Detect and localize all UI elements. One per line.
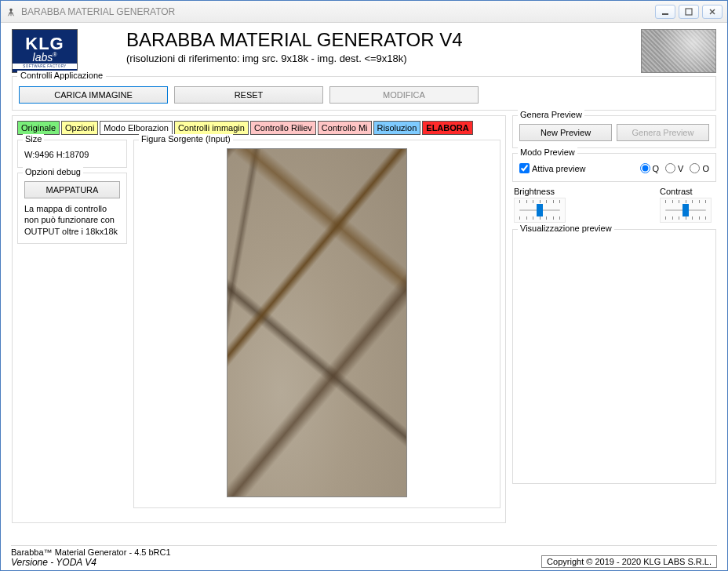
tabs: OriginaleOpzioniModo ElborazionControlli… bbox=[17, 121, 500, 135]
debug-note: La mappa di controllo non può funzionare… bbox=[24, 203, 120, 237]
tab-originale[interactable]: Originale bbox=[17, 121, 60, 135]
app-icon bbox=[5, 6, 16, 17]
tab-controllo-mi[interactable]: Controllo Mi bbox=[318, 121, 372, 135]
app-controls-group: Controlli Applicazione CARICA IMMAGINE R… bbox=[12, 76, 716, 111]
tab-controlli-immagin[interactable]: Controlli immagin bbox=[174, 121, 249, 135]
header: KLG labs® SOFTWARE FACTORY BARABBA MATER… bbox=[1, 23, 727, 76]
page-subtitle: (risoluzioni di riferimento: img src. 9x… bbox=[126, 53, 641, 64]
tab-controllo-riliev[interactable]: Controllo Riliev bbox=[250, 121, 316, 135]
tab-elabora[interactable]: ELABORA bbox=[422, 121, 472, 135]
radio-q[interactable]: Q bbox=[640, 163, 660, 173]
debug-group: Opzioni debug MAPPATURA La mappa di cont… bbox=[17, 173, 127, 244]
footer: Barabba™ Material Generator - 4.5 bRC1 V… bbox=[11, 545, 717, 568]
load-image-button[interactable]: CARICA IMMAGINE bbox=[19, 86, 168, 104]
titlebar: BARABBA MATERIAL GENERATOR bbox=[1, 1, 727, 23]
svg-point-0 bbox=[9, 8, 13, 11]
brightness-label: Brightness bbox=[514, 187, 569, 196]
left-panel: OriginaleOpzioniModo ElborazionControlli… bbox=[12, 115, 506, 523]
size-value: W:9496 H:18709 bbox=[24, 148, 120, 161]
contrast-label: Contrast bbox=[660, 187, 715, 196]
page-title: BARABBA MATERIAL GENERATOR V4 bbox=[126, 29, 641, 51]
reset-button[interactable]: RESET bbox=[174, 86, 323, 104]
copyright: Copyright © 2019 - 2020 KLG LABS S.R.L. bbox=[541, 555, 717, 568]
svg-rect-1 bbox=[662, 13, 668, 15]
viz-preview-group: Visualizzazione preview bbox=[512, 229, 716, 484]
logo: KLG labs® SOFTWARE FACTORY bbox=[12, 29, 78, 73]
tab-opzioni[interactable]: Opzioni bbox=[61, 121, 98, 135]
header-image bbox=[641, 29, 716, 73]
image-panel: Figura Sorgente (Input) bbox=[133, 140, 500, 508]
footer-version-2: Versione - YODA V4 bbox=[11, 557, 171, 568]
minimize-button[interactable] bbox=[655, 5, 675, 19]
window-title: BARABBA MATERIAL GENERATOR bbox=[21, 6, 655, 17]
tab-modo-elborazion[interactable]: Modo Elborazion bbox=[100, 121, 173, 135]
contrast-slider[interactable] bbox=[660, 198, 712, 223]
footer-version-1: Barabba™ Material Generator - 4.5 bRC1 bbox=[11, 547, 171, 557]
tab-risoluzion[interactable]: Risoluzion bbox=[373, 121, 421, 135]
modify-button: MODIFICA bbox=[329, 86, 479, 104]
mapping-button[interactable]: MAPPATURA bbox=[24, 181, 120, 198]
svg-rect-2 bbox=[686, 9, 692, 15]
maximize-button[interactable] bbox=[679, 5, 699, 19]
source-image bbox=[227, 148, 407, 497]
attiva-preview-checkbox[interactable]: Attiva preview bbox=[519, 163, 585, 173]
radio-v[interactable]: V bbox=[665, 163, 683, 173]
close-button[interactable] bbox=[702, 5, 723, 19]
size-group: Size W:9496 H:18709 bbox=[17, 140, 127, 168]
preview-group: Genera Preview New Preview Genera Previe… bbox=[512, 115, 716, 148]
radio-o[interactable]: O bbox=[690, 163, 709, 173]
new-preview-button[interactable]: New Preview bbox=[519, 124, 612, 141]
modo-preview-group: Modo Preview Attiva preview Q V O bbox=[512, 153, 716, 182]
generate-preview-button: Genera Preview bbox=[617, 124, 709, 141]
brightness-slider[interactable] bbox=[514, 198, 566, 223]
